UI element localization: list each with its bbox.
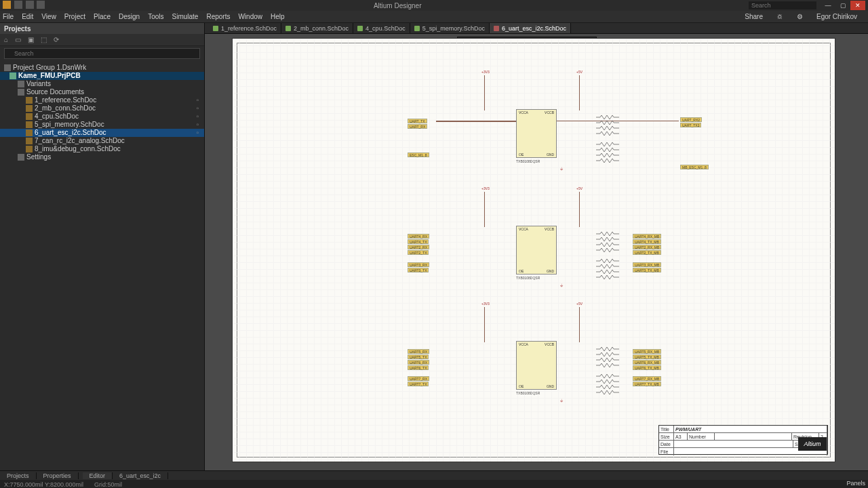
tree-doc[interactable]: 7_can_rc_i2c_analog.SchDoc bbox=[0, 137, 204, 145]
menu-design[interactable]: Design bbox=[119, 13, 140, 20]
tree-doc[interactable]: 4_cpu.SchDoc▫ bbox=[0, 113, 204, 121]
ic-ref-label: TXB0108DQSR bbox=[516, 159, 540, 163]
folder-icon bbox=[18, 154, 24, 161]
global-search-input[interactable] bbox=[749, 1, 816, 9]
net-label[interactable]: UART5_TX_MB bbox=[633, 354, 661, 359]
net-label[interactable]: UART5_RX bbox=[408, 349, 429, 354]
resistor-network[interactable] bbox=[596, 373, 619, 398]
ic-txb0108[interactable]: VCCA VCCB OE GND bbox=[516, 226, 557, 274]
net-label[interactable]: UART5_TX bbox=[408, 354, 429, 359]
resistor-network[interactable] bbox=[596, 258, 619, 283]
net-label[interactable]: UART6_TX bbox=[408, 365, 429, 370]
net-label[interactable]: UART_RX bbox=[408, 124, 427, 129]
net-label[interactable]: UART3_TX bbox=[408, 268, 429, 272]
net-label[interactable]: UART_RX2 bbox=[680, 117, 702, 122]
tree-doc[interactable]: 5_spi_memory.SchDoc▫ bbox=[0, 121, 204, 129]
net-label[interactable]: UART3_TX_MB bbox=[633, 268, 661, 272]
menu-simulate[interactable]: Simulate bbox=[172, 13, 199, 20]
tree-doc[interactable]: 2_mb_conn.SchDoc▫ bbox=[0, 104, 204, 113]
net-label[interactable]: UART7_TX bbox=[408, 382, 429, 386]
net-label[interactable]: UART7_RX_MB bbox=[633, 376, 661, 381]
ic-txb0108[interactable]: VCCA VCCB OE GND bbox=[516, 109, 557, 158]
net-label[interactable]: UART_TX bbox=[408, 119, 427, 123]
save-icon[interactable] bbox=[14, 1, 22, 9]
doc-tab[interactable]: 5_spi_memory.SchDoc bbox=[410, 23, 490, 33]
bottom-tab-projects[interactable]: Projects bbox=[0, 472, 37, 479]
menu-edit[interactable]: Edit bbox=[22, 13, 33, 20]
doc-tab[interactable]: 1_reference.SchDoc bbox=[209, 23, 281, 33]
toolbar-home-icon[interactable]: ⌂ bbox=[4, 36, 8, 43]
net-label[interactable]: UART_TX2 bbox=[680, 123, 701, 127]
net-label[interactable]: UART4_TX_MB bbox=[633, 239, 661, 244]
resistor-network[interactable] bbox=[596, 346, 619, 371]
menu-window[interactable]: Window bbox=[238, 13, 262, 20]
schematic-sheet[interactable]: +3V3 +5V VCCA VCCB OE GND TXB0108DQSR UA… bbox=[232, 38, 835, 462]
altium-logo: Altium bbox=[798, 437, 827, 451]
panels-button[interactable]: Panels bbox=[846, 480, 865, 487]
schematic-canvas[interactable]: +3V3 +5V VCCA VCCB OE GND TXB0108DQSR UA… bbox=[205, 34, 868, 470]
settings-icon[interactable]: ⚙ bbox=[797, 13, 803, 20]
doc-tab[interactable]: 4_cpu.SchDoc bbox=[353, 23, 410, 33]
menu-reports[interactable]: Reports bbox=[206, 13, 230, 20]
open-icon[interactable] bbox=[26, 1, 34, 9]
net-label[interactable]: UART4_RX bbox=[408, 234, 429, 239]
tree-source[interactable]: Source Documents bbox=[0, 88, 204, 96]
tree-doc[interactable]: 8_imu&debug_conn.SchDoc bbox=[0, 145, 204, 153]
net-label[interactable]: UART2_RX bbox=[408, 245, 429, 249]
schdoc-icon bbox=[26, 113, 33, 120]
pin-label: GND bbox=[547, 152, 554, 157]
menu-help[interactable]: Help bbox=[271, 13, 285, 20]
net-label[interactable]: UART4_RX_MB bbox=[633, 234, 661, 239]
net-label[interactable]: UART7_TX_MB bbox=[633, 382, 661, 386]
doc-tab[interactable]: 2_mb_conn.SchDoc bbox=[281, 23, 353, 33]
share-button[interactable]: Share bbox=[745, 13, 763, 20]
tree-settings[interactable]: Settings bbox=[0, 153, 204, 161]
status-bar: X:7750.000mil Y:8200.000mil Grid:50mil bbox=[0, 480, 868, 488]
net-label[interactable]: UART2_TX_MB bbox=[633, 250, 661, 255]
maximize-button[interactable]: ▢ bbox=[835, 1, 850, 10]
tree-doc-active[interactable]: 6_uart_esc_i2c.SchDoc▫ bbox=[0, 129, 204, 137]
menu-view[interactable]: View bbox=[41, 13, 56, 20]
resistor-network[interactable] bbox=[596, 231, 619, 256]
net-label[interactable]: UART6_RX bbox=[408, 360, 429, 365]
net-label[interactable]: UART4_TX bbox=[408, 239, 429, 244]
editor-tab[interactable]: Editor bbox=[83, 472, 113, 479]
tree-doc[interactable]: 1_reference.SchDoc▫ bbox=[0, 96, 204, 104]
menu-project[interactable]: Project bbox=[64, 13, 85, 20]
menu-tools[interactable]: Tools bbox=[148, 13, 163, 20]
toolbar-doc-icon[interactable]: ▭ bbox=[15, 36, 21, 43]
tree-root[interactable]: Project Group 1.DsnWrk bbox=[0, 64, 204, 72]
net-label[interactable]: UART3_RX bbox=[408, 262, 429, 267]
tree-variants[interactable]: Variants bbox=[0, 80, 204, 88]
bottom-tab-properties[interactable]: Properties bbox=[37, 472, 79, 479]
schdoc-icon bbox=[26, 121, 33, 128]
ic-txb0108[interactable]: VCCA VCCB OE GND bbox=[516, 341, 557, 390]
net-label[interactable]: ESC_M1..8 bbox=[408, 152, 429, 157]
net-label[interactable]: UART5_RX_MB bbox=[633, 349, 661, 354]
net-label[interactable]: UART6_RX_MB bbox=[633, 360, 661, 365]
toolbar-folder-icon[interactable]: ▣ bbox=[28, 36, 34, 43]
new-icon[interactable] bbox=[37, 1, 45, 9]
net-label[interactable]: UART2_RX_MB bbox=[633, 245, 661, 249]
toolbar-refresh-icon[interactable]: ⟳ bbox=[54, 36, 59, 43]
ic-ref-label: TXB0108DQSR bbox=[516, 276, 540, 280]
doc-tab-label: 4_cpu.SchDoc bbox=[366, 25, 406, 32]
net-label[interactable]: MB_ESC_M1..8 bbox=[680, 165, 709, 169]
user-label[interactable]: Egor Chirikov bbox=[816, 13, 857, 20]
editor-doc-tab[interactable]: 6_uart_esc_i2c bbox=[113, 472, 168, 479]
net-label[interactable]: UART6_TX_MB bbox=[633, 365, 661, 370]
resistor-network[interactable] bbox=[596, 142, 619, 166]
menu-place[interactable]: Place bbox=[94, 13, 111, 20]
doc-tab-active[interactable]: 6_uart_esc_i2c.SchDoc bbox=[490, 23, 571, 33]
resistor-network[interactable] bbox=[596, 115, 619, 139]
menu-file[interactable]: File bbox=[3, 13, 14, 20]
toolbar-save-icon[interactable]: ⬚ bbox=[41, 36, 47, 43]
net-label[interactable]: UART2_TX bbox=[408, 250, 429, 255]
net-label[interactable]: UART3_RX_MB bbox=[633, 262, 661, 267]
panel-search-input[interactable] bbox=[4, 48, 200, 59]
minimize-button[interactable]: — bbox=[821, 1, 835, 10]
cloud-icon[interactable]: ⛭ bbox=[776, 13, 783, 20]
net-label[interactable]: UART7_RX bbox=[408, 376, 429, 381]
close-button[interactable]: ✕ bbox=[850, 1, 865, 10]
tree-project[interactable]: Kame_FMU.PrjPCB bbox=[0, 72, 204, 80]
